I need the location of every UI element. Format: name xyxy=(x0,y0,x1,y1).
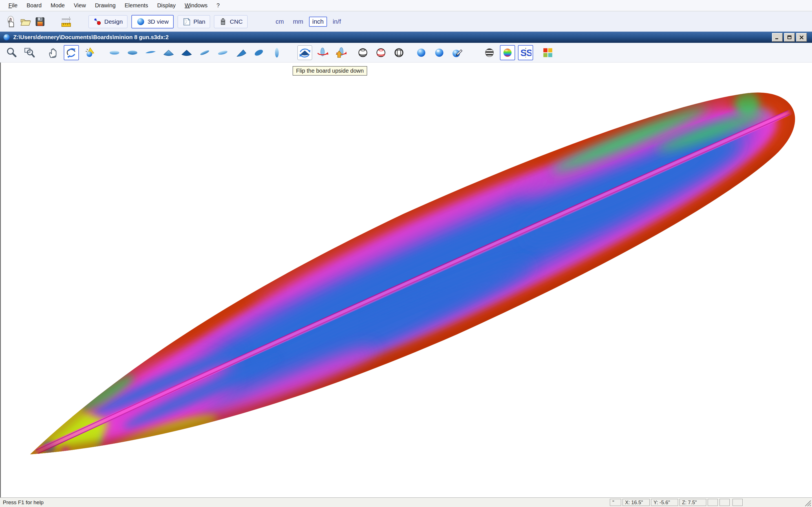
view-rocker[interactable] xyxy=(143,45,158,60)
wireframe-mode-tool[interactable] xyxy=(355,45,370,60)
wireframe-red-mode-tool[interactable] xyxy=(373,45,389,60)
view3d-mode-button[interactable]: 3D view xyxy=(132,15,174,29)
design-icon xyxy=(93,17,102,26)
rotate-board-tool[interactable] xyxy=(315,45,330,60)
status-y-coordinate: Y: -5.6" xyxy=(651,499,678,506)
swap-nose-tail-tool[interactable] xyxy=(333,45,348,60)
symmetry-icon: S S xyxy=(520,47,531,59)
unit-selector: cm mm inch in/f xyxy=(272,17,345,27)
viewport-3d[interactable] xyxy=(0,62,812,497)
menu-help[interactable]: ? xyxy=(212,2,224,9)
solid-mode-tool[interactable] xyxy=(414,45,429,60)
lighting-tool[interactable] xyxy=(82,45,97,60)
cnc-mode-label: CNC xyxy=(230,18,243,25)
board-top-icon xyxy=(109,47,120,59)
rotate-board-icon xyxy=(317,47,328,59)
save-file-button[interactable] xyxy=(33,14,47,29)
open-file-button[interactable] xyxy=(18,14,33,29)
zoom-window-tool[interactable] xyxy=(22,45,37,60)
rotate-3d-tool[interactable] xyxy=(64,45,79,60)
minimize-icon xyxy=(774,35,780,40)
dimensions-button[interactable] xyxy=(59,14,74,29)
zoom-window-icon xyxy=(24,47,36,59)
document-title-bar[interactable]: Z:\Users\dennery\Documents\Boards\minion… xyxy=(0,32,812,43)
board-perspective-icon-1 xyxy=(199,47,211,59)
paint-sphere-icon xyxy=(451,47,463,59)
menu-drawing[interactable]: Drawing xyxy=(91,2,120,9)
plan-sheet-icon xyxy=(183,17,191,26)
view-perspective-2[interactable] xyxy=(215,45,231,60)
rainbow-sphere-icon xyxy=(502,47,513,59)
status-unit-box: " xyxy=(610,499,621,506)
new-board-wizard-icon xyxy=(5,16,17,27)
close-icon xyxy=(799,35,804,40)
board-side-icon xyxy=(271,47,283,59)
board-bottom-icon xyxy=(126,47,139,59)
view-perspective-3[interactable] xyxy=(233,45,248,60)
flip-upside-down-tool[interactable] xyxy=(297,45,312,60)
shaded-mode-tool[interactable] xyxy=(432,45,447,60)
symmetry-toggle-tool[interactable]: S S xyxy=(518,45,533,60)
window-controls xyxy=(772,33,809,42)
unit-inf[interactable]: in/f xyxy=(329,17,344,27)
magnifier-icon xyxy=(6,47,17,59)
main-toolbar: Design 3D view Plan CNC cm xyxy=(0,11,812,32)
rotate-3d-icon xyxy=(65,47,77,59)
design-mode-button[interactable]: Design xyxy=(89,15,128,28)
unit-inch[interactable]: inch xyxy=(309,17,327,27)
paint-mode-tool[interactable] xyxy=(450,45,465,60)
view-side[interactable] xyxy=(269,45,285,60)
menu-display[interactable]: Display xyxy=(153,2,180,9)
document-sphere-icon xyxy=(3,34,10,41)
color-scheme-tool[interactable] xyxy=(540,45,555,60)
view-front[interactable] xyxy=(161,45,176,60)
solid-sphere-icon xyxy=(415,47,427,59)
view3d-mode-label: 3D view xyxy=(147,18,168,25)
zoom-tool[interactable] xyxy=(4,45,19,60)
board-perspective-icon-2 xyxy=(217,47,229,59)
curvature-render-tool[interactable] xyxy=(500,45,515,60)
tooltip: Flip the board upside down xyxy=(293,66,367,75)
flip-board-icon xyxy=(299,47,311,59)
menu-bar: File Board Mode View Drawing Elements Di… xyxy=(0,0,812,11)
resize-grip-icon[interactable] xyxy=(804,499,811,507)
view-perspective-4[interactable] xyxy=(251,45,266,60)
board-rocker-icon xyxy=(145,47,156,59)
unit-cm[interactable]: cm xyxy=(272,17,287,27)
view-outline-bottom[interactable] xyxy=(125,45,140,60)
unit-mm[interactable]: mm xyxy=(290,17,307,27)
plan-mode-button[interactable]: Plan xyxy=(177,15,210,28)
restore-button[interactable] xyxy=(784,33,795,42)
view-perspective-1[interactable] xyxy=(197,45,212,60)
menu-board[interactable]: Board xyxy=(22,2,46,9)
design-mode-label: Design xyxy=(104,18,123,25)
wireframe-red-sphere-icon xyxy=(375,47,387,59)
cnc-mode-button[interactable]: CNC xyxy=(214,15,248,28)
status-bar: Press F1 for help " X: 16.5" Y: -5.6" Z:… xyxy=(0,497,812,507)
view-outline-top[interactable] xyxy=(107,45,122,60)
mesh-mode-tool[interactable] xyxy=(391,45,407,60)
svg-text:S: S xyxy=(526,47,531,58)
cnc-tool-icon xyxy=(219,17,227,26)
restore-icon xyxy=(786,35,792,40)
view-back[interactable] xyxy=(179,45,194,60)
color-squares-icon xyxy=(542,47,554,59)
wireframe-sphere-icon xyxy=(357,47,369,59)
board-perspective-icon-3 xyxy=(235,47,247,59)
menu-file[interactable]: File xyxy=(4,2,22,9)
board-front-icon xyxy=(163,47,174,59)
menu-elements[interactable]: Elements xyxy=(120,2,153,9)
new-board-wizard-button[interactable] xyxy=(3,14,18,29)
board-back-icon xyxy=(181,47,193,59)
close-button[interactable] xyxy=(796,33,807,42)
pan-tool[interactable] xyxy=(46,45,61,60)
menu-windows[interactable]: Windows xyxy=(180,2,212,9)
status-empty-box-1 xyxy=(708,499,718,506)
menu-view[interactable]: View xyxy=(69,2,91,9)
minimize-button[interactable] xyxy=(772,33,783,42)
stripes-render-tool[interactable] xyxy=(482,45,497,60)
swap-nose-tail-icon xyxy=(335,47,347,59)
save-icon xyxy=(34,16,46,27)
menu-mode[interactable]: Mode xyxy=(46,2,69,9)
shaded-sphere-icon xyxy=(434,47,445,59)
